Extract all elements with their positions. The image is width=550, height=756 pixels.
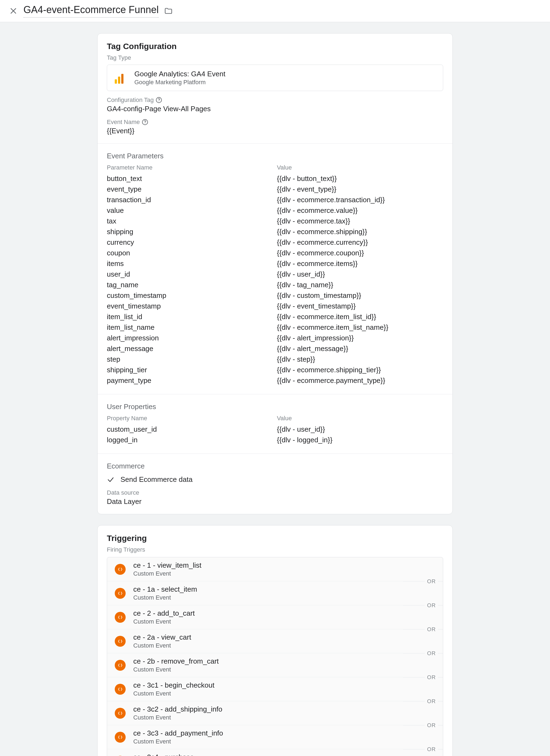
help-icon[interactable] <box>141 119 149 126</box>
event-param-name: event_timestamp <box>107 302 277 310</box>
event-param-row: button_text{{dlv - button_text}} <box>107 173 443 184</box>
firing-trigger-item[interactable]: ce - 3c2 - add_shipping_infoCustom Event… <box>107 701 443 725</box>
folder-icon[interactable] <box>164 7 173 15</box>
event-param-value: {{dlv - alert_impression}} <box>277 334 443 342</box>
event-param-value: {{dlv - custom_timestamp}} <box>277 291 443 300</box>
event-param-name: user_id <box>107 270 277 279</box>
event-param-row: alert_impression{{dlv - alert_impression… <box>107 333 443 343</box>
event-param-row: coupon{{dlv - ecommerce.coupon}} <box>107 248 443 258</box>
user-prop-value: {{dlv - user_id}} <box>277 425 443 434</box>
event-param-name: value <box>107 206 277 215</box>
data-source-label: Data source <box>107 489 443 496</box>
event-param-value: {{dlv - ecommerce.value}} <box>277 206 443 215</box>
configuration-tag-value: GA4-config-Page View-All Pages <box>107 105 443 113</box>
firing-trigger-item[interactable]: ce - 3c3 - add_payment_infoCustom EventO… <box>107 725 443 749</box>
event-param-name: transaction_id <box>107 196 277 204</box>
event-param-name: payment_type <box>107 376 277 385</box>
event-param-name: custom_timestamp <box>107 291 277 300</box>
google-analytics-icon <box>115 72 126 84</box>
firing-trigger-subtitle: Custom Event <box>133 618 195 625</box>
firing-trigger-item[interactable]: ce - 3c1 - begin_checkoutCustom EventOR <box>107 677 443 701</box>
user-prop-row: logged_in{{dlv - logged_in}} <box>107 435 443 445</box>
custom-event-icon <box>115 732 126 743</box>
firing-trigger-title: ce - 3c1 - begin_checkout <box>133 681 214 690</box>
firing-trigger-item[interactable]: ce - 2b - remove_from_cartCustom EventOR <box>107 653 443 677</box>
event-param-row: shipping{{dlv - ecommerce.shipping}} <box>107 226 443 237</box>
firing-trigger-item[interactable]: ce - 2a - view_cartCustom EventOR <box>107 629 443 653</box>
firing-trigger-subtitle: Custom Event <box>133 738 223 745</box>
firing-trigger-item[interactable]: ce - 1 - view_item_listCustom EventOR <box>107 557 443 581</box>
event-name-label: Event Name <box>107 119 443 126</box>
event-param-value: {{dlv - button_text}} <box>277 174 443 183</box>
user-prop-row: custom_user_id{{dlv - user_id}} <box>107 424 443 435</box>
firing-trigger-title: ce - 3c4 - purchase <box>133 753 194 756</box>
or-separator: OR <box>425 698 438 704</box>
event-param-value: {{dlv - user_id}} <box>277 270 443 279</box>
event-param-row: currency{{dlv - ecommerce.currency}} <box>107 237 443 248</box>
or-separator: OR <box>425 722 438 728</box>
event-param-name: item_list_id <box>107 313 277 321</box>
event-param-row: event_timestamp{{dlv - event_timestamp}} <box>107 301 443 312</box>
triggering-card[interactable]: Triggering Firing Triggers ce - 1 - view… <box>97 525 453 756</box>
check-icon <box>107 476 114 483</box>
event-param-row: value{{dlv - ecommerce.value}} <box>107 205 443 216</box>
firing-triggers-list: ce - 1 - view_item_listCustom EventORce … <box>107 557 443 756</box>
firing-trigger-title: ce - 1 - view_item_list <box>133 561 201 570</box>
event-param-value: {{dlv - step}} <box>277 355 443 364</box>
event-param-name: button_text <box>107 174 277 183</box>
firing-trigger-subtitle: Custom Event <box>133 642 191 649</box>
event-param-name: items <box>107 259 277 268</box>
event-param-name: coupon <box>107 249 277 257</box>
event-param-value: {{dlv - ecommerce.transaction_id}} <box>277 196 443 204</box>
tag-name-input[interactable]: GA4-event-Ecommerce Funnel <box>23 4 159 18</box>
tag-type-label: Tag Type <box>107 54 443 61</box>
firing-trigger-subtitle: Custom Event <box>133 594 197 601</box>
event-param-value: {{dlv - ecommerce.item_list_id}} <box>277 313 443 321</box>
event-param-name: tag_name <box>107 281 277 289</box>
event-param-row: custom_timestamp{{dlv - custom_timestamp… <box>107 290 443 301</box>
user-prop-name-header: Property Name <box>107 415 277 422</box>
event-param-value: {{dlv - event_type}} <box>277 185 443 193</box>
event-param-name: step <box>107 355 277 364</box>
ecommerce-heading: Ecommerce <box>107 462 443 470</box>
firing-trigger-title: ce - 2a - view_cart <box>133 633 191 642</box>
event-param-name: shipping_tier <box>107 366 277 374</box>
event-param-value: {{dlv - event_timestamp}} <box>277 302 443 310</box>
data-source-value: Data Layer <box>107 497 443 506</box>
or-separator: OR <box>425 602 438 609</box>
or-separator: OR <box>425 650 438 657</box>
user-prop-value-header: Value <box>277 415 443 422</box>
firing-trigger-title: ce - 3c2 - add_shipping_info <box>133 705 222 713</box>
or-separator: OR <box>425 746 438 752</box>
event-param-row: items{{dlv - ecommerce.items}} <box>107 258 443 269</box>
user-prop-name: logged_in <box>107 436 277 444</box>
custom-event-icon <box>115 612 126 623</box>
custom-event-icon <box>115 660 126 671</box>
firing-trigger-title: ce - 1a - select_item <box>133 585 197 594</box>
send-ecommerce-data-label: Send Ecommerce data <box>120 475 192 484</box>
firing-trigger-item[interactable]: ce - 1a - select_itemCustom EventOR <box>107 581 443 605</box>
event-param-row: shipping_tier{{dlv - ecommerce.shipping_… <box>107 365 443 375</box>
event-param-name: alert_message <box>107 344 277 353</box>
close-icon[interactable] <box>9 7 17 15</box>
help-icon[interactable] <box>155 96 162 104</box>
event-param-row: tag_name{{dlv - tag_name}} <box>107 280 443 290</box>
event-parameters-table: Parameter Name Value button_text{{dlv - … <box>107 164 443 386</box>
event-param-name: alert_impression <box>107 334 277 342</box>
event-param-value: {{dlv - tag_name}} <box>277 281 443 289</box>
custom-event-icon <box>115 708 126 719</box>
event-param-value: {{dlv - alert_message}} <box>277 344 443 353</box>
user-prop-name: custom_user_id <box>107 425 277 434</box>
firing-trigger-item[interactable]: ce - 2 - add_to_cartCustom EventOR <box>107 605 443 629</box>
or-separator: OR <box>425 674 438 681</box>
event-param-row: tax{{dlv - ecommerce.tax}} <box>107 216 443 226</box>
firing-trigger-item[interactable]: ce - 3c4 - purchaseCustom Event <box>107 749 443 756</box>
user-properties-table: Property Name Value custom_user_id{{dlv … <box>107 415 443 445</box>
event-param-name: tax <box>107 217 277 225</box>
configuration-tag-label: Configuration Tag <box>107 96 443 104</box>
tag-type-box[interactable]: Google Analytics: GA4 Event Google Marke… <box>107 65 443 91</box>
custom-event-icon <box>115 636 126 647</box>
event-name-value: {{Event}} <box>107 127 443 135</box>
firing-trigger-subtitle: Custom Event <box>133 666 219 673</box>
tag-configuration-card[interactable]: Tag Configuration Tag Type Google Analyt… <box>97 33 453 514</box>
